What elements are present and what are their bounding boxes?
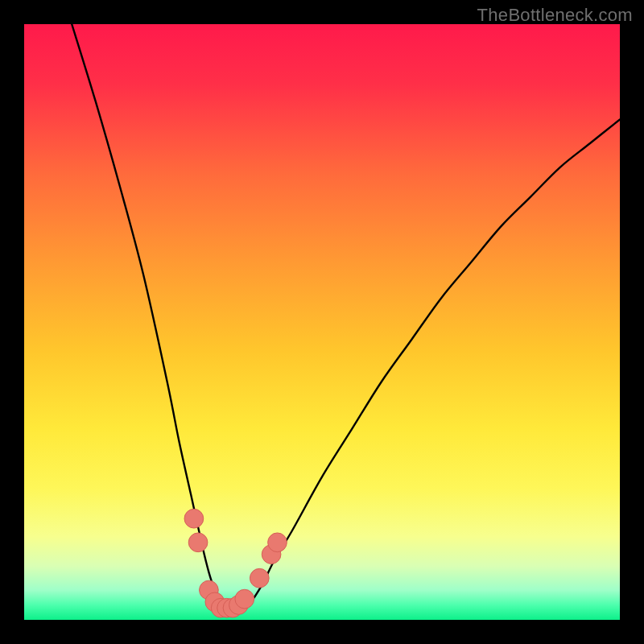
curve-layer — [24, 24, 620, 620]
watermark-text: TheBottleneck.com — [477, 5, 633, 26]
bottleneck-curve — [72, 24, 620, 609]
plot-area — [24, 24, 620, 620]
curve-marker — [188, 533, 208, 552]
curve-marker — [184, 509, 204, 528]
curve-marker — [268, 533, 287, 552]
curve-markers — [184, 509, 287, 617]
chart-frame: TheBottleneck.com — [0, 0, 644, 644]
curve-marker — [250, 568, 269, 588]
curve-marker — [235, 589, 254, 609]
